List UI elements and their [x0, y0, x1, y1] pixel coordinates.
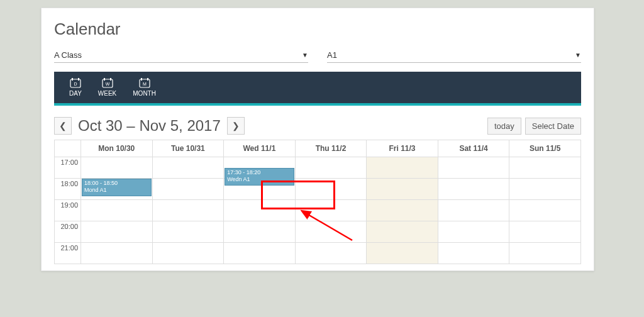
day-header: Sat 11/4 [438, 140, 509, 157]
view-month-label: MONTH [133, 90, 156, 97]
calendar-cell[interactable] [152, 243, 224, 264]
day-header: Wed 11/1 [224, 140, 296, 157]
day-header: Tue 10/31 [152, 140, 224, 157]
calendar-cell[interactable] [438, 179, 509, 200]
group-select[interactable]: A1 ▼ [327, 48, 581, 63]
calendar-cell[interactable] [438, 243, 509, 264]
view-month-button[interactable]: M MONTH [133, 78, 156, 103]
time-label: 17:00 [55, 157, 81, 179]
svg-rect-5 [104, 78, 105, 81]
next-button[interactable]: ❯ [227, 117, 245, 135]
time-label: 19:00 [55, 200, 81, 221]
day-header: Thu 11/2 [295, 140, 367, 157]
class-select[interactable]: A Class ▼ [54, 48, 308, 63]
calendar-cell[interactable] [81, 157, 153, 179]
calendar-cell[interactable] [152, 200, 224, 221]
calendar-cell[interactable] [367, 221, 438, 243]
calendar-cell[interactable] [438, 200, 509, 221]
view-day-button[interactable]: D DAY [69, 78, 82, 103]
calendar-cell[interactable] [295, 243, 367, 264]
select-date-button[interactable]: Select Date [525, 118, 581, 135]
calendar-cell[interactable]: 17:30 - 18:20 Wedn A1 [224, 157, 296, 179]
nav-row: ❮ Oct 30 – Nov 5, 2017 ❯ today Select Da… [54, 117, 581, 135]
calendar-cell[interactable] [81, 243, 153, 264]
calendar-cell[interactable] [152, 157, 224, 179]
event-time: 18:00 - 18:50 [84, 180, 149, 187]
view-toolbar: D DAY W WEEK M MONTH [54, 72, 581, 106]
calendar-card: Calendar A Class ▼ A1 ▼ D DAY W WEEK M M… [41, 8, 594, 271]
calendar-cell[interactable] [224, 243, 296, 264]
filter-row: A Class ▼ A1 ▼ [54, 48, 581, 63]
svg-rect-1 [72, 78, 73, 81]
chevron-down-icon: ▼ [302, 52, 308, 58]
prev-button[interactable]: ❮ [54, 117, 72, 135]
calendar-cell[interactable] [509, 200, 581, 221]
calendar-cell[interactable] [367, 157, 438, 179]
svg-text:D: D [74, 82, 77, 86]
calendar-cell[interactable] [152, 221, 224, 243]
svg-rect-10 [147, 78, 148, 81]
view-week-button[interactable]: W WEEK [98, 78, 116, 105]
calendar-cell[interactable] [295, 200, 367, 221]
time-label: 20:00 [55, 221, 81, 243]
calendar-cell[interactable] [295, 179, 367, 200]
calendar-cell[interactable] [295, 157, 367, 179]
calendar-cell[interactable] [509, 243, 581, 264]
calendar-cell[interactable] [367, 243, 438, 264]
calendar-cell[interactable] [367, 200, 438, 221]
calendar-cell[interactable] [224, 221, 296, 243]
class-select-value: A Class [54, 50, 82, 60]
calendar-cell[interactable] [224, 200, 296, 221]
time-label: 21:00 [55, 243, 81, 264]
svg-text:W: W [105, 82, 109, 86]
event-time: 17:30 - 18:20 [227, 169, 292, 176]
calendar-cell[interactable] [438, 221, 509, 243]
svg-rect-9 [141, 78, 142, 81]
svg-rect-6 [110, 78, 111, 81]
today-button[interactable]: today [487, 118, 521, 135]
calendar-month-icon: M [139, 78, 150, 88]
event-mon[interactable]: 18:00 - 18:50 Mond A1 [82, 179, 152, 196]
time-label: 18:00 [55, 179, 81, 200]
calendar-week-icon: W [102, 78, 113, 88]
group-select-value: A1 [327, 50, 337, 60]
calendar-cell[interactable] [509, 157, 581, 179]
calendar-grid: Mon 10/30 Tue 10/31 Wed 11/1 Thu 11/2 Fr… [54, 140, 581, 264]
time-header [55, 140, 81, 157]
calendar-cell[interactable]: 18:00 - 18:50 Mond A1 [81, 179, 153, 200]
view-day-label: DAY [69, 90, 82, 97]
day-header: Sun 11/5 [509, 140, 581, 157]
calendar-cell[interactable] [81, 200, 153, 221]
calendar-cell[interactable] [81, 221, 153, 243]
calendar-cell[interactable] [295, 221, 367, 243]
svg-rect-2 [78, 78, 79, 81]
chevron-down-icon: ▼ [575, 52, 581, 58]
view-week-label: WEEK [98, 90, 116, 97]
calendar-day-icon: D [70, 78, 81, 88]
calendar-cell[interactable] [509, 179, 581, 200]
day-header: Fri 11/3 [367, 140, 438, 157]
calendar-cell[interactable] [438, 157, 509, 179]
page-title: Calendar [54, 19, 581, 39]
svg-text:M: M [143, 82, 147, 86]
calendar-cell[interactable] [509, 221, 581, 243]
event-name: Mond A1 [84, 187, 149, 194]
calendar-cell[interactable] [367, 179, 438, 200]
date-range: Oct 30 – Nov 5, 2017 [78, 117, 221, 135]
calendar-cell[interactable] [224, 179, 296, 200]
calendar-cell[interactable] [152, 179, 224, 200]
day-header: Mon 10/30 [81, 140, 153, 157]
